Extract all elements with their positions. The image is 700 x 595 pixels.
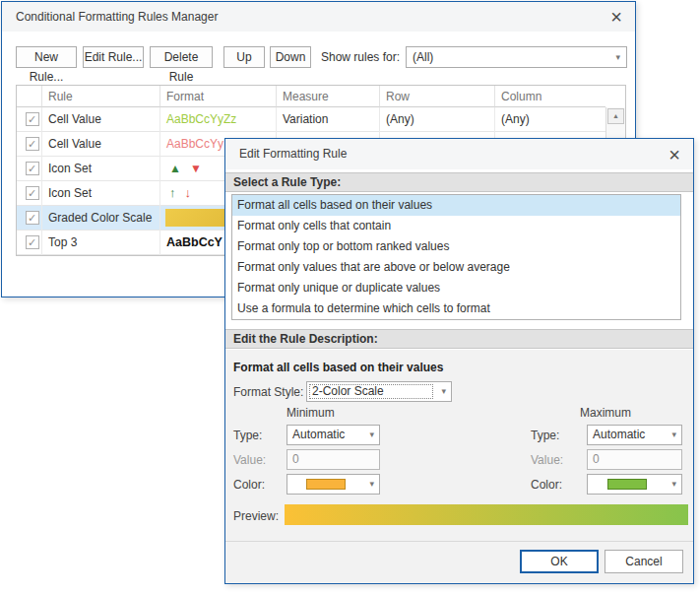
triangle-up-icon: ▲	[169, 162, 181, 175]
check-icon: ✓	[28, 138, 36, 150]
close-icon[interactable]: ×	[668, 143, 680, 166]
row-checkbox-cell: ✓	[17, 157, 42, 181]
checkbox-checked[interactable]: ✓	[26, 235, 39, 249]
max-value-label: Value:	[531, 450, 563, 471]
max-color-label: Color:	[531, 475, 562, 496]
format-style-label: Format Style:	[233, 382, 303, 403]
row-checkbox-cell: ✓	[17, 107, 42, 132]
rule-cell: Cell Value	[42, 107, 160, 132]
manager-dialog-title: Conditional Formatting Rules Manager	[16, 2, 218, 32]
caret-down-icon: ▾	[671, 475, 676, 494]
caret-down-icon: ▾	[369, 475, 374, 494]
max-type-label: Type:	[531, 426, 559, 446]
down-button[interactable]: Down	[270, 46, 311, 68]
edit-dialog-title: Edit Formatting Rule	[239, 139, 347, 169]
rule-cell: Top 3	[42, 231, 160, 255]
edit-rule-description-header: Edit the Rule Description:	[225, 329, 693, 349]
rule-type-option[interactable]: Format only top or bottom ranked values	[232, 236, 680, 257]
row-checkbox-cell: ✓	[17, 231, 42, 255]
caret-down-icon: ▾	[369, 426, 374, 444]
check-icon: ✓	[28, 212, 36, 224]
column-cell: (Any)	[495, 107, 605, 132]
preview-label: Preview:	[233, 506, 279, 527]
rule-type-option-selected[interactable]: Format all cells based on their values	[232, 195, 680, 216]
row-cell: (Any)	[380, 107, 495, 132]
max-type-value: Automatic	[593, 428, 645, 441]
rule-cell: Cell Value	[42, 132, 160, 157]
show-rules-for-dropdown[interactable]: (All) ▾	[406, 46, 627, 68]
max-color-swatch	[607, 479, 647, 490]
checkbox-checked[interactable]: ✓	[26, 137, 39, 151]
row-checkbox-cell: ✓	[17, 132, 42, 157]
format-style-dropdown[interactable]: 2-Color Scale ▾	[306, 381, 452, 402]
maximum-header: Maximum	[580, 406, 631, 420]
caret-down-icon: ▾	[441, 382, 446, 401]
new-rule-button[interactable]: New Rule...	[16, 46, 77, 68]
scroll-up-icon[interactable]: ▲	[607, 108, 624, 124]
rule-description-subtitle: Format all cells based on their values	[233, 361, 443, 374]
min-value-label: Value:	[233, 450, 266, 471]
max-type-dropdown[interactable]: Automatic ▾	[587, 425, 682, 445]
minimum-header: Minimum	[286, 406, 335, 420]
rule-type-list: Format all cells based on their values F…	[231, 194, 681, 320]
edit-titlebar[interactable]: Edit Formatting Rule ×	[225, 139, 693, 169]
header-measure: Measure	[277, 86, 380, 107]
checkbox-checked[interactable]: ✓	[26, 162, 39, 175]
preview-gradient-bar	[285, 504, 688, 525]
min-value-field: 0	[286, 449, 380, 470]
measure-cell: Variation	[277, 107, 380, 132]
check-icon: ✓	[28, 236, 36, 248]
table-row[interactable]: ✓ Cell Value AaBbCcYyZz Variation (Any) …	[17, 107, 605, 132]
close-icon[interactable]: ×	[610, 5, 622, 29]
rule-cell: Icon Set	[42, 157, 160, 181]
check-icon: ✓	[28, 163, 36, 174]
edit-rule-button[interactable]: Edit Rule...	[83, 46, 144, 68]
up-button[interactable]: Up	[223, 46, 265, 68]
header-check	[17, 86, 42, 107]
rule-type-option[interactable]: Format only unique or duplicate values	[232, 278, 680, 298]
checkbox-checked[interactable]: ✓	[26, 186, 39, 200]
min-color-dropdown[interactable]: ▾	[286, 474, 380, 495]
check-icon: ✓	[28, 113, 36, 125]
arrow-down-icon: ↓	[185, 185, 192, 200]
caret-down-icon: ▾	[615, 47, 620, 67]
ok-button[interactable]: OK	[520, 550, 599, 573]
caret-down-icon: ▾	[671, 426, 676, 444]
header-rule: Rule	[42, 86, 160, 107]
min-type-label: Type:	[233, 426, 262, 446]
delete-rule-button[interactable]: Delete Rule	[150, 46, 213, 68]
header-row: Row	[380, 86, 495, 107]
rule-type-option[interactable]: Format only values that are above or bel…	[232, 257, 680, 278]
min-color-label: Color:	[233, 475, 265, 496]
row-checkbox-cell: ✓	[17, 181, 42, 206]
triangle-down-icon: ▼	[190, 162, 202, 175]
format-cell: AaBbCcYyZz	[160, 107, 277, 132]
rule-cell: Graded Color Scale	[42, 206, 160, 231]
edit-formatting-rule-dialog: Edit Formatting Rule × Select a Rule Typ…	[224, 138, 694, 584]
footer-separator	[225, 541, 693, 542]
check-icon: ✓	[28, 187, 36, 199]
max-color-dropdown[interactable]: ▾	[587, 474, 682, 495]
checkbox-checked[interactable]: ✓	[26, 211, 39, 225]
format-style-value: 2-Color Scale	[312, 384, 384, 398]
min-type-value: Automatic	[292, 428, 345, 441]
cancel-button[interactable]: Cancel	[605, 550, 683, 573]
manager-titlebar[interactable]: Conditional Formatting Rules Manager ×	[2, 2, 635, 32]
arrow-up-icon: ↑	[169, 185, 176, 200]
header-column: Column	[495, 86, 605, 107]
rule-cell: Icon Set	[42, 181, 160, 206]
show-rules-for-label: Show rules for:	[321, 46, 400, 68]
select-rule-type-header: Select a Rule Type:	[225, 172, 693, 192]
rule-type-option[interactable]: Format only cells that contain	[232, 216, 680, 236]
header-format: Format	[160, 86, 277, 107]
min-color-swatch	[306, 479, 346, 490]
screen: Conditional Formatting Rules Manager × N…	[0, 0, 700, 595]
min-type-dropdown[interactable]: Automatic ▾	[286, 425, 380, 445]
rule-type-option[interactable]: Use a formula to determine which cells t…	[232, 298, 680, 319]
max-value-field: 0	[587, 449, 682, 470]
show-rules-for-value: (All)	[413, 50, 433, 64]
row-checkbox-cell: ✓	[17, 206, 42, 231]
checkbox-checked[interactable]: ✓	[26, 112, 39, 126]
